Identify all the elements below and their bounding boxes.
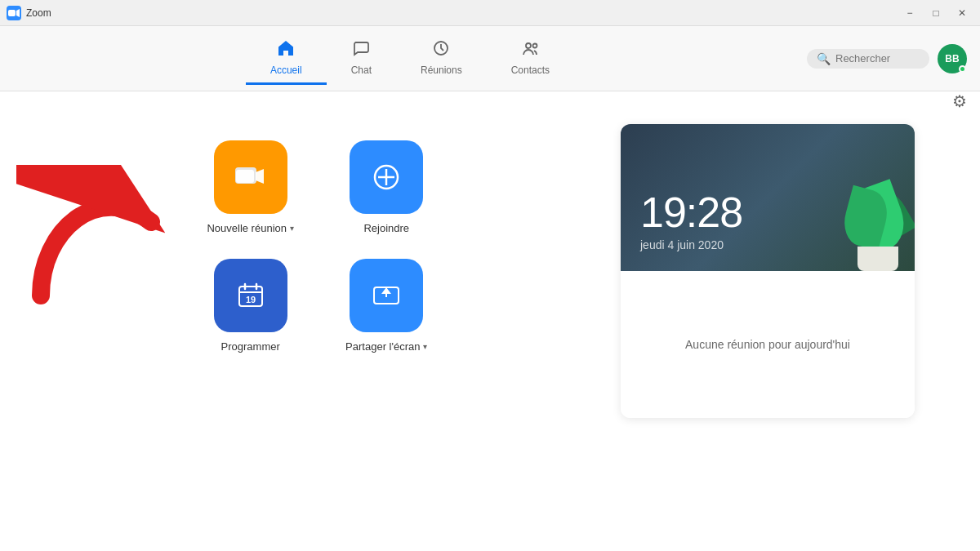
no-meeting-text: Aucune réunion pour aujourd'hui bbox=[685, 338, 850, 351]
window-controls: − □ ✕ bbox=[898, 5, 973, 21]
rejoindre-label: Rejoindre bbox=[363, 222, 409, 234]
tab-reunions[interactable]: Réunions bbox=[396, 33, 487, 85]
tab-accueil[interactable]: Accueil bbox=[246, 33, 327, 85]
avatar-initials: BB bbox=[945, 53, 959, 64]
partager-dropdown-arrow: ▾ bbox=[423, 342, 427, 351]
contacts-icon bbox=[521, 39, 539, 61]
right-panel: 19:28 jeudi 4 juin 2020 Aucune réunion p… bbox=[621, 124, 915, 418]
tab-chat[interactable]: Chat bbox=[327, 33, 396, 85]
tab-contacts-label: Contacts bbox=[511, 64, 550, 76]
settings-row: ⚙ bbox=[952, 91, 967, 111]
nav-bar: Accueil Chat Réunions bbox=[0, 26, 980, 91]
svg-marker-11 bbox=[256, 169, 264, 184]
minimize-button[interactable]: − bbox=[898, 5, 921, 21]
action-rejoindre[interactable]: Rejoindre bbox=[343, 140, 430, 234]
svg-text:19: 19 bbox=[246, 295, 256, 304]
nav-tabs: Accueil Chat Réunions bbox=[13, 33, 807, 85]
search-icon: 🔍 bbox=[817, 52, 831, 65]
search-input[interactable] bbox=[835, 52, 920, 64]
svg-rect-10 bbox=[236, 170, 254, 183]
actions-grid: Nouvelle réunion ▾ Rejoindre bbox=[207, 140, 430, 353]
action-programmer[interactable]: 19 Programmer bbox=[207, 259, 294, 353]
arrow-decoration bbox=[16, 165, 180, 312]
svg-marker-22 bbox=[381, 287, 391, 294]
dropdown-arrow: ▾ bbox=[290, 224, 294, 233]
programmer-button[interactable]: 19 bbox=[214, 259, 287, 332]
search-box[interactable]: 🔍 bbox=[807, 49, 929, 69]
svg-point-4 bbox=[526, 43, 531, 48]
maximize-button[interactable]: □ bbox=[924, 5, 947, 21]
chat-icon bbox=[352, 39, 370, 61]
tab-accueil-label: Accueil bbox=[270, 64, 302, 76]
clock-time: 19:28 bbox=[640, 188, 895, 237]
clock-icon bbox=[432, 39, 450, 61]
home-icon bbox=[277, 39, 295, 61]
rejoindre-button[interactable] bbox=[350, 140, 423, 214]
nouvelle-reunion-label: Nouvelle réunion ▾ bbox=[207, 222, 294, 234]
action-nouvelle-reunion[interactable]: Nouvelle réunion ▾ bbox=[207, 140, 294, 234]
main-content: Nouvelle réunion ▾ Rejoindre bbox=[0, 91, 980, 551]
svg-point-5 bbox=[533, 43, 537, 47]
left-panel: Nouvelle réunion ▾ Rejoindre bbox=[65, 124, 572, 353]
partager-ecran-button[interactable] bbox=[350, 259, 423, 332]
title-bar: Zoom − □ ✕ bbox=[0, 0, 980, 26]
title-bar-left: Zoom bbox=[7, 6, 51, 20]
clock-panel: 19:28 jeudi 4 juin 2020 bbox=[621, 124, 915, 271]
close-button[interactable]: ✕ bbox=[951, 5, 973, 21]
partager-ecran-label: Partager l'écran ▾ bbox=[345, 340, 427, 353]
programmer-label: Programmer bbox=[221, 340, 280, 353]
zoom-logo-icon bbox=[7, 6, 21, 20]
nav-right: 🔍 BB bbox=[807, 44, 967, 73]
settings-icon[interactable]: ⚙ bbox=[952, 92, 967, 110]
tab-contacts[interactable]: Contacts bbox=[487, 33, 574, 85]
clock-date: jeudi 4 juin 2020 bbox=[640, 238, 895, 251]
tab-reunions-label: Réunions bbox=[421, 64, 462, 76]
svg-rect-1 bbox=[8, 10, 16, 16]
tab-chat-label: Chat bbox=[351, 64, 372, 76]
action-partager-ecran[interactable]: Partager l'écran ▾ bbox=[343, 259, 430, 353]
app-title: Zoom bbox=[26, 7, 51, 19]
avatar[interactable]: BB bbox=[938, 44, 967, 73]
avatar-status-dot bbox=[959, 65, 966, 73]
nouvelle-reunion-button[interactable] bbox=[214, 140, 287, 214]
no-meeting-panel: Aucune réunion pour aujourd'hui bbox=[621, 271, 915, 418]
